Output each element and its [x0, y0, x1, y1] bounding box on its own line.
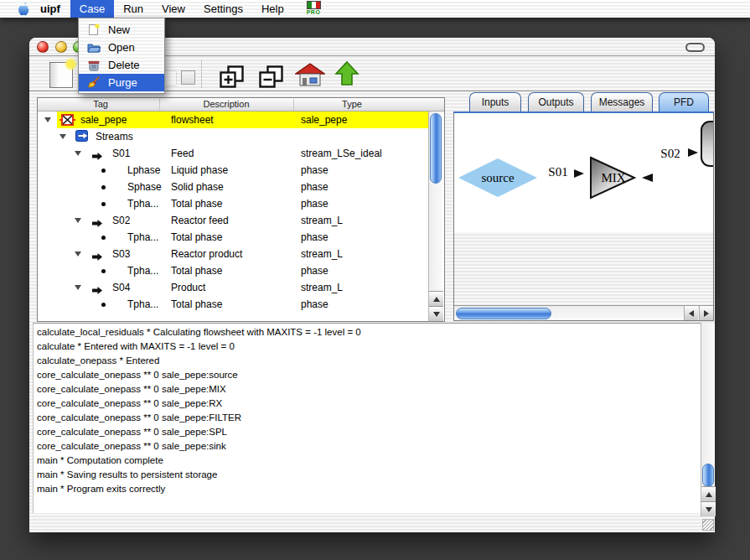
table-row-lphase[interactable]: Lphase Liquid phase phase — [38, 162, 428, 179]
pane-filler — [454, 232, 713, 305]
scrollbar-thumb[interactable] — [702, 464, 714, 487]
table-row-tphase[interactable]: Tpha... Total phase phase — [38, 262, 428, 279]
menu-item-view[interactable]: View — [153, 0, 194, 18]
log-line: main * Program exits correctly — [37, 484, 165, 494]
collapse-all-button[interactable] — [259, 65, 284, 92]
log-vertical-scrollbar[interactable] — [701, 323, 715, 516]
column-header-description[interactable]: Description — [172, 99, 281, 109]
log-line: calculate_onepass * Entered — [37, 355, 159, 366]
apple-menu[interactable] — [18, 2, 30, 17]
pfd-mix-label: MIX — [601, 171, 625, 184]
pfd-canvas[interactable]: source S01 MIX S02 — [454, 113, 713, 232]
resize-grip[interactable] — [702, 519, 714, 531]
scrollbar-thumb[interactable] — [430, 113, 442, 184]
table-row-s04[interactable]: S04 Product stream_L — [38, 279, 428, 296]
table-row-s03[interactable]: S03 Reactor product stream_L — [38, 246, 428, 262]
log-output: calculate_local_residuals * Calculating … — [33, 323, 701, 513]
menu-item-settings[interactable]: Settings — [194, 0, 252, 18]
tab-pfd[interactable]: PFD — [659, 92, 709, 111]
log-line: main * Saving results to persistent stor… — [37, 469, 217, 480]
apple-icon — [18, 2, 30, 17]
placeholder-square-button[interactable] — [181, 70, 195, 85]
broom-icon — [87, 76, 101, 89]
pfd-arrow-s01-icon — [574, 169, 584, 178]
bullet-icon — [101, 303, 106, 307]
table-row-sphase[interactable]: Sphase Solid phase phase — [38, 179, 428, 195]
table-row-tphase[interactable]: Tpha... Total phase phase — [38, 296, 428, 313]
table-row-tphase[interactable]: Tpha... Total phase phase — [38, 229, 428, 246]
scroll-down-button[interactable] — [701, 501, 716, 516]
new-sparkle-icon — [65, 58, 77, 70]
expander-triangle[interactable] — [44, 117, 51, 122]
scrollbar-thumb[interactable] — [456, 308, 551, 319]
left-arrow-icon — [689, 310, 694, 317]
expand-all-button[interactable] — [220, 65, 245, 92]
log-line: core_calculate_onepass ** 0 sale_pepe:si… — [37, 441, 226, 451]
pfd-horizontal-scrollbar[interactable] — [454, 305, 713, 320]
tree-header: Tag Description Type — [38, 98, 444, 111]
trash-icon — [87, 60, 101, 71]
down-arrow-icon — [433, 312, 440, 317]
tree-vertical-scrollbar[interactable] — [428, 111, 442, 321]
menu-option-new[interactable]: New — [79, 21, 164, 39]
pfd-source-label: source — [481, 171, 514, 184]
expander-triangle[interactable] — [75, 151, 81, 156]
scroll-left-button[interactable] — [684, 306, 698, 320]
table-row-tphase[interactable]: Tpha... Total phase phase — [38, 195, 428, 212]
tab-messages[interactable]: Messages — [591, 92, 653, 111]
collapse-all-icon — [259, 65, 284, 89]
pro-flag-badge: PRO — [304, 1, 323, 16]
streams-icon — [75, 130, 91, 145]
pfd-arrow-into-mix-icon — [642, 174, 653, 182]
table-row-s01[interactable]: S01 Feed stream_LSe_ideal — [38, 145, 428, 162]
up-arrow-icon — [334, 60, 360, 87]
pfd-unit-partial[interactable] — [701, 122, 713, 166]
log-line: core_calculate_onepass ** 0 sale_pepe:RX — [37, 398, 222, 408]
column-header-tag[interactable]: Tag — [63, 99, 138, 109]
table-row-sale-pepe[interactable]: sale_pepe flowsheet sale_pepe — [38, 111, 428, 128]
down-arrow-icon — [706, 507, 712, 512]
tab-inputs[interactable]: Inputs — [469, 92, 521, 111]
menu-item-case[interactable]: Case — [70, 0, 114, 18]
expander-triangle[interactable] — [75, 251, 81, 257]
app-menu-title[interactable]: uipf — [30, 0, 70, 18]
scroll-down-button[interactable] — [429, 306, 443, 321]
toolbar-toggle-button[interactable] — [685, 43, 705, 52]
scroll-up-button[interactable] — [429, 291, 443, 306]
expander-triangle[interactable] — [59, 134, 66, 139]
up-level-button[interactable] — [334, 60, 360, 91]
up-arrow-icon — [706, 492, 712, 497]
home-button[interactable] — [295, 62, 325, 91]
bullet-icon — [101, 185, 106, 189]
close-button[interactable] — [37, 41, 49, 53]
toolbar-separator — [201, 60, 202, 88]
log-line: calculate * Entered with MAXITS = -1 lev… — [37, 341, 235, 351]
menu-item-help[interactable]: Help — [252, 0, 293, 18]
scroll-right-button[interactable] — [699, 306, 713, 320]
pfd-arrow-s02-icon — [688, 148, 698, 157]
log-line: core_calculate_onepass ** 0 sale_pepe:so… — [37, 370, 238, 380]
menu-item-run[interactable]: Run — [114, 0, 153, 18]
open-folder-icon — [87, 42, 101, 53]
main-window: Tag Description Type sale_pepe flowsheet… — [29, 38, 715, 532]
column-header-type[interactable]: Type — [306, 99, 398, 109]
table-row-s02[interactable]: S02 Reactor feed stream_L — [38, 212, 428, 229]
menu-option-open[interactable]: Open — [79, 39, 164, 56]
bullet-icon — [101, 202, 106, 206]
bullet-icon — [101, 269, 106, 273]
menu-option-purge[interactable]: Purge — [79, 74, 164, 91]
log-line: core_calculate_onepass ** 0 sale_pepe:SP… — [37, 427, 227, 437]
expander-triangle[interactable] — [75, 218, 81, 223]
case-dropdown-menu: New Open Delete Purge — [78, 18, 165, 94]
pfd-pane: source S01 MIX S02 — [453, 111, 714, 321]
tab-outputs[interactable]: Outputs — [528, 92, 584, 111]
new-case-button[interactable] — [49, 62, 73, 88]
case-tree-panel: Tag Description Type sale_pepe flowsheet… — [37, 97, 445, 322]
scroll-up-button[interactable] — [701, 486, 716, 501]
right-arrow-icon — [704, 310, 709, 317]
menu-option-delete[interactable]: Delete — [79, 56, 164, 74]
bullet-icon — [101, 236, 106, 240]
expander-triangle[interactable] — [75, 285, 81, 290]
minimize-button[interactable] — [55, 41, 67, 53]
table-row-streams[interactable]: Streams — [38, 128, 428, 145]
